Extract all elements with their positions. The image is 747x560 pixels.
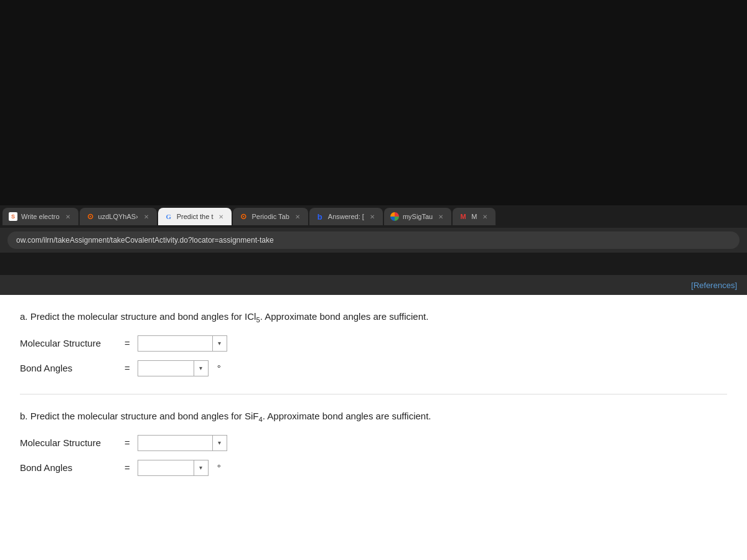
tab-m[interactable]: M M ✕ bbox=[453, 208, 496, 225]
tab-write-electro[interactable]: S Write electro ✕ bbox=[2, 208, 78, 225]
references-bar: [References] bbox=[0, 275, 747, 295]
tab-answered[interactable]: b Answered: [ ✕ bbox=[309, 208, 383, 225]
question-a-section: a. Predict the molecular structure and b… bbox=[20, 310, 727, 376]
m-icon: M bbox=[459, 212, 467, 221]
url-box[interactable]: ow.com/ilrn/takeAssignment/takeCovalentA… bbox=[7, 231, 740, 249]
tab-write-electro-label: Write electro bbox=[21, 213, 60, 220]
question-a-intro: a. Predict the molecular structure and b… bbox=[20, 311, 256, 322]
s-icon: S bbox=[9, 212, 17, 221]
question-a-molecular-arrow[interactable]: ▾ bbox=[212, 335, 227, 352]
google-icon: G bbox=[164, 212, 173, 221]
question-a-suffix: . Approximate bond angles are sufficient… bbox=[260, 311, 429, 322]
question-b-bond-arrow[interactable]: ▾ bbox=[194, 460, 209, 476]
tab-mysigtau-close[interactable]: ✕ bbox=[436, 212, 445, 221]
question-a-bond-input[interactable] bbox=[138, 360, 194, 376]
tab-predict-label: Predict the t bbox=[177, 213, 214, 220]
tab-answered-label: Answered: [ bbox=[328, 213, 364, 220]
tab-predict-close[interactable]: ✕ bbox=[217, 212, 225, 221]
question-b-molecular-input[interactable] bbox=[138, 435, 212, 451]
tab-uzd-label: uzdLQYhAS› bbox=[98, 213, 138, 220]
question-a-molecular-label: Molecular Structure bbox=[20, 338, 120, 348]
tab-bar: S Write electro ✕ ⊙ uzdLQYhAS› ✕ G Predi… bbox=[0, 205, 747, 228]
question-a-molecular-input[interactable] bbox=[138, 335, 212, 352]
tab-mysigtau-label: mySigTau bbox=[403, 213, 433, 220]
question-b-molecular-label: Molecular Structure bbox=[20, 437, 120, 448]
tab-periodic-label: Periodic Tab bbox=[251, 213, 289, 220]
question-a-bond-equals: = bbox=[125, 363, 130, 373]
question-b-suffix: . Approximate bond angles are sufficient… bbox=[263, 411, 431, 421]
question-b-degree: ° bbox=[217, 462, 221, 473]
question-a-bond-row: Bond Angles = ▾ ° bbox=[20, 360, 727, 376]
tab-uzd[interactable]: ⊙ uzdLQYhAS› ✕ bbox=[80, 208, 157, 225]
main-content: a. Predict the molecular structure and b… bbox=[0, 295, 747, 560]
b-icon: b bbox=[316, 212, 324, 221]
tab-m-close[interactable]: ✕ bbox=[481, 212, 489, 221]
tab-periodic-close[interactable]: ✕ bbox=[293, 212, 302, 221]
tab-mysigtau[interactable]: mySigTau ✕ bbox=[384, 208, 451, 225]
question-b-bond-equals: = bbox=[125, 462, 130, 473]
address-bar: ow.com/ilrn/takeAssignment/takeCovalentA… bbox=[0, 228, 747, 253]
question-a-molecular-row: Molecular Structure = ▾ bbox=[20, 335, 727, 352]
tab-write-electro-close[interactable]: ✕ bbox=[63, 212, 72, 221]
uzd-icon: ⊙ bbox=[86, 212, 95, 221]
question-b-section: b. Predict the molecular structure and b… bbox=[20, 409, 727, 476]
section-divider bbox=[20, 394, 727, 394]
question-a-bond-arrow[interactable]: ▾ bbox=[194, 360, 209, 376]
tab-predict[interactable]: G Predict the t ✕ bbox=[158, 208, 232, 225]
tab-answered-close[interactable]: ✕ bbox=[368, 212, 377, 221]
question-a-text: a. Predict the molecular structure and b… bbox=[20, 310, 727, 325]
question-b-bond-row: Bond Angles = ▾ ° bbox=[20, 460, 727, 476]
references-link[interactable]: [References] bbox=[691, 281, 737, 290]
url-text: ow.com/ilrn/takeAssignment/takeCovalentA… bbox=[16, 236, 274, 245]
question-a-molecular-equals: = bbox=[125, 338, 130, 348]
tab-m-label: M bbox=[471, 213, 477, 220]
question-a-bond-dropdown: ▾ bbox=[138, 360, 209, 376]
mysigtau-icon bbox=[390, 212, 399, 221]
tab-uzd-close[interactable]: ✕ bbox=[142, 212, 151, 221]
question-b-bond-input[interactable] bbox=[138, 460, 194, 476]
question-b-molecular-equals: = bbox=[125, 437, 130, 448]
question-b-text: b. Predict the molecular structure and b… bbox=[20, 409, 727, 425]
question-b-intro: b. Predict the molecular structure and b… bbox=[20, 411, 259, 421]
tab-periodic[interactable]: ⊙ Periodic Tab ✕ bbox=[233, 208, 308, 225]
nav-bar bbox=[0, 253, 747, 275]
question-a-bond-label: Bond Angles bbox=[20, 363, 120, 373]
periodic-icon: ⊙ bbox=[239, 212, 248, 221]
question-b-molecular-row: Molecular Structure = ▾ bbox=[20, 435, 727, 451]
question-a-degree: ° bbox=[217, 363, 221, 373]
top-black-area bbox=[0, 0, 747, 205]
question-b-bond-label: Bond Angles bbox=[20, 462, 120, 473]
question-b-molecular-dropdown: ▾ bbox=[138, 435, 227, 451]
question-a-molecular-dropdown: ▾ bbox=[138, 335, 227, 352]
question-b-molecular-arrow[interactable]: ▾ bbox=[212, 435, 227, 451]
question-b-bond-dropdown: ▾ bbox=[138, 460, 209, 476]
